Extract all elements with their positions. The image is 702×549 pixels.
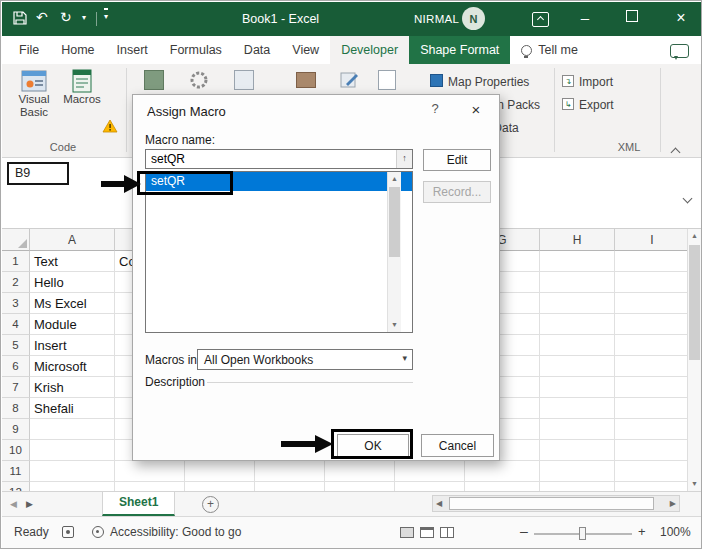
minimize-button[interactable]: – — [570, 2, 600, 35]
accessibility-status[interactable]: Accessibility: Good to go — [110, 525, 241, 539]
row-header-4[interactable]: 4 — [2, 314, 30, 335]
sheet-nav-right-icon[interactable]: ▶ — [26, 499, 33, 509]
sheet-tab-sheet1[interactable]: Sheet1 — [102, 492, 175, 516]
cell-h9[interactable] — [540, 419, 615, 440]
tab-view[interactable]: View — [281, 36, 330, 64]
cancel-button[interactable]: Cancel — [421, 434, 494, 457]
excel-addins-icon[interactable] — [234, 70, 254, 90]
row-header-10[interactable]: 10 — [2, 440, 30, 461]
cell-b11[interactable] — [115, 461, 185, 482]
scroll-up-icon[interactable]: ▲ — [688, 229, 701, 243]
row-header-8[interactable]: 8 — [2, 398, 30, 419]
scroll-down-icon[interactable]: ▼ — [688, 477, 701, 491]
horizontal-scrollbar[interactable]: ◀ ▶ — [432, 495, 680, 512]
account-name[interactable]: NIRMAL — [414, 13, 459, 25]
cell-a8[interactable]: Shefali — [30, 398, 115, 419]
avatar[interactable]: N — [462, 7, 485, 30]
cell-a9[interactable] — [30, 419, 115, 440]
insert-controls-icon[interactable] — [296, 72, 316, 88]
cell-h7[interactable] — [540, 377, 615, 398]
cell-a11[interactable] — [30, 461, 115, 482]
tab-formulas[interactable]: Formulas — [159, 36, 233, 64]
cell-i8[interactable] — [615, 398, 690, 419]
comments-icon[interactable] — [670, 44, 689, 58]
redo-button[interactable]: ↻ — [60, 9, 72, 25]
cell-f12[interactable] — [395, 482, 465, 491]
cell-h3[interactable] — [540, 293, 615, 314]
cell-a4[interactable]: Module — [30, 314, 115, 335]
properties-icon[interactable] — [378, 70, 396, 90]
cell-g11[interactable] — [465, 461, 540, 482]
ok-button[interactable]: OK — [337, 434, 409, 457]
cell-b12[interactable] — [115, 482, 185, 491]
cell-g12[interactable] — [465, 482, 540, 491]
redo-dropdown-caret[interactable]: ▾ — [82, 13, 86, 22]
row-header-7[interactable]: 7 — [2, 377, 30, 398]
row-header-12[interactable]: 12 — [2, 482, 30, 491]
cell-h10[interactable] — [540, 440, 615, 461]
cell-a3[interactable]: Ms Excel — [30, 293, 115, 314]
save-icon[interactable] — [12, 10, 28, 26]
cell-i1[interactable] — [615, 251, 690, 272]
new-sheet-button[interactable]: + — [202, 496, 219, 513]
tab-insert[interactable]: Insert — [106, 36, 159, 64]
map-properties-icon[interactable] — [430, 74, 443, 87]
row-header-9[interactable]: 9 — [2, 419, 30, 440]
cell-a2[interactable]: Hello — [30, 272, 115, 293]
row-header-1[interactable]: 1 — [2, 251, 30, 272]
vertical-scroll-thumb[interactable] — [689, 245, 700, 360]
customize-qat-button[interactable]: ▾ — [104, 8, 108, 21]
visual-basic-button[interactable]: Visual Basic — [10, 69, 58, 119]
cell-i3[interactable] — [615, 293, 690, 314]
cell-h12[interactable] — [540, 482, 615, 491]
record-button[interactable]: Record... — [423, 181, 491, 203]
macros-in-dropdown[interactable]: All Open Workbooks ▾ — [197, 349, 413, 370]
sheet-nav-left-icon[interactable]: ◀ — [10, 499, 17, 509]
list-scroll-down-icon[interactable]: ▼ — [388, 318, 401, 332]
macro-list-item[interactable]: setQR — [146, 172, 412, 191]
dialog-help-button[interactable]: ? — [425, 101, 445, 121]
input-up-icon[interactable]: ↑ — [396, 150, 412, 168]
cell-h8[interactable] — [540, 398, 615, 419]
cell-e11[interactable] — [325, 461, 395, 482]
macro-name-input[interactable] — [146, 150, 399, 168]
cell-a6[interactable]: Microsoft — [30, 356, 115, 377]
addins-icon[interactable] — [144, 70, 164, 90]
cell-c11[interactable] — [185, 461, 255, 482]
cell-h11[interactable] — [540, 461, 615, 482]
tab-tell-me[interactable]: Tell me — [510, 36, 589, 64]
zoom-slider-thumb[interactable] — [579, 527, 586, 540]
zoom-in-button[interactable]: + — [638, 524, 646, 539]
macro-security-warning-icon[interactable] — [102, 119, 118, 133]
dialog-close-button[interactable]: × — [463, 99, 489, 121]
cell-a1[interactable]: Text — [30, 251, 115, 272]
cell-h1[interactable] — [540, 251, 615, 272]
scroll-right-icon[interactable]: ▶ — [670, 499, 676, 508]
tab-shape-format[interactable]: Shape Format — [409, 36, 510, 64]
cell-h5[interactable] — [540, 335, 615, 356]
cell-i12[interactable] — [615, 482, 690, 491]
row-header-5[interactable]: 5 — [2, 335, 30, 356]
macros-button[interactable]: Macros — [60, 69, 104, 106]
cell-a10[interactable] — [30, 440, 115, 461]
column-header-a[interactable]: A — [30, 229, 115, 251]
column-header-h[interactable]: H — [540, 229, 615, 251]
cell-i9[interactable] — [615, 419, 690, 440]
macro-record-icon[interactable] — [62, 526, 74, 538]
macro-list[interactable]: setQR — [145, 171, 413, 333]
expand-formula-bar-button[interactable] — [684, 188, 691, 206]
tab-file[interactable]: File — [8, 36, 50, 64]
design-mode-icon[interactable] — [340, 70, 360, 90]
normal-view-icon[interactable] — [400, 527, 414, 538]
horizontal-scroll-thumb[interactable] — [449, 497, 654, 510]
import-button[interactable]: Import — [579, 75, 613, 89]
cell-i2[interactable] — [615, 272, 690, 293]
name-box[interactable]: B9 — [7, 162, 69, 185]
zoom-out-button[interactable]: – — [520, 523, 528, 539]
vertical-scrollbar[interactable]: ▲ ▼ — [687, 229, 701, 491]
zoom-level[interactable]: 100% — [660, 525, 691, 539]
tab-data[interactable]: Data — [233, 36, 281, 64]
cell-i6[interactable] — [615, 356, 690, 377]
row-header-3[interactable]: 3 — [2, 293, 30, 314]
cell-i10[interactable] — [615, 440, 690, 461]
